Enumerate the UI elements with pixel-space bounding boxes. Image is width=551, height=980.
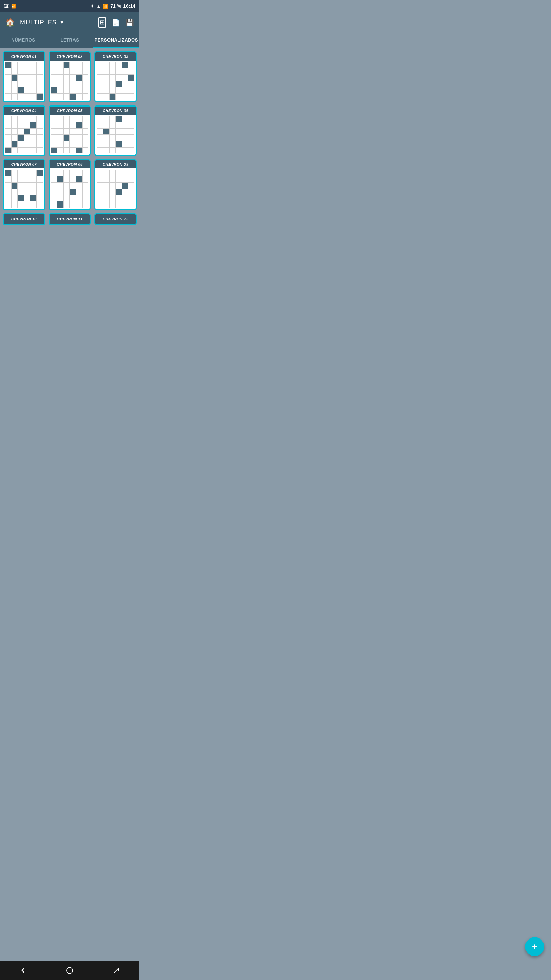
pattern-card-12[interactable]: CHEVRON 12 (94, 213, 137, 225)
pattern-card-5[interactable]: CHEVRON 05 (49, 105, 91, 156)
mini-cell (51, 195, 57, 202)
mini-cell (83, 170, 89, 176)
pattern-card-10[interactable]: CHEVRON 10 (3, 213, 45, 225)
mini-cell (128, 116, 134, 122)
pattern-card-8[interactable]: CHEVRON 08 (49, 159, 91, 210)
mini-cell (122, 195, 128, 202)
mini-cell (51, 94, 57, 100)
recent-apps-button[interactable] (110, 964, 123, 977)
mini-cell (103, 148, 109, 154)
home-nav-button[interactable] (63, 964, 76, 977)
mini-cell (103, 116, 109, 122)
mini-cell (57, 68, 63, 75)
mini-cell (24, 68, 30, 75)
mini-cell (5, 141, 11, 147)
grid-select-icon[interactable]: ⊞ (98, 18, 106, 27)
mini-cell (97, 148, 103, 154)
time-display: 16:14 (123, 3, 135, 9)
mini-cell (37, 68, 43, 75)
mini-cell (76, 94, 82, 100)
pattern-card-6[interactable]: CHEVRON 06 (94, 105, 137, 156)
mini-cell (57, 122, 63, 128)
save-icon[interactable]: 💾 (125, 18, 134, 27)
mini-cell (24, 176, 30, 182)
mini-cell (116, 62, 122, 68)
mini-cell (64, 148, 70, 154)
mini-cell (76, 148, 82, 154)
pattern-title-8: CHEVRON 08 (50, 160, 90, 169)
back-button[interactable] (16, 964, 30, 977)
mini-cell (76, 195, 82, 202)
mini-cell (11, 148, 18, 154)
mini-cell (18, 81, 24, 87)
pattern-card-3[interactable]: CHEVRON 03 (94, 51, 137, 102)
mini-cell (51, 129, 57, 135)
mini-cell (5, 68, 11, 75)
tab-numeros[interactable]: NÚMEROS (0, 33, 47, 47)
mini-cell (57, 87, 63, 93)
mini-cell (5, 75, 11, 81)
mini-grid-1 (5, 62, 43, 100)
mini-cell (37, 148, 43, 154)
mini-cell (51, 87, 57, 93)
mini-cell (11, 135, 18, 141)
pattern-card-11[interactable]: CHEVRON 11 (49, 213, 91, 225)
mini-cell (110, 68, 116, 75)
home-button[interactable]: 🏠 (5, 18, 14, 27)
mini-cell (83, 94, 89, 100)
mini-cell (76, 116, 82, 122)
mini-cell (64, 94, 70, 100)
mini-cell (128, 81, 134, 87)
mini-cell (116, 122, 122, 128)
mini-cell (76, 122, 82, 128)
mini-cell (83, 122, 89, 128)
dropdown-chevron-icon[interactable]: ▼ (60, 20, 64, 25)
pattern-card-7[interactable]: CHEVRON 07 (3, 159, 45, 210)
mini-cell (57, 195, 63, 202)
mini-cell (76, 176, 82, 182)
mini-cell (116, 94, 122, 100)
mini-cell (128, 68, 134, 75)
mini-cell (5, 135, 11, 141)
mini-cell (5, 62, 11, 68)
mini-cell (37, 195, 43, 202)
mini-cell (122, 129, 128, 135)
mini-cell (97, 176, 103, 182)
toolbar-actions: ⊞ 📄 💾 (98, 18, 134, 27)
mini-cell (83, 81, 89, 87)
mini-cell (30, 68, 37, 75)
tab-personalizados[interactable]: PERSONALIZADOS (93, 33, 140, 47)
mini-cell (18, 87, 24, 93)
mini-cell (37, 135, 43, 141)
mini-cell (18, 129, 24, 135)
mini-cell (116, 75, 122, 81)
mini-cell (24, 62, 30, 68)
mini-cell (24, 75, 30, 81)
mini-cell (116, 170, 122, 176)
mini-cell (83, 129, 89, 135)
mini-cell (116, 135, 122, 141)
mini-cell (70, 68, 76, 75)
mini-cell (97, 189, 103, 195)
mini-cell (70, 87, 76, 93)
mini-cell (83, 75, 89, 81)
mini-cell (122, 141, 128, 147)
pattern-card-9[interactable]: CHEVRON 09 (94, 159, 137, 210)
pattern-card-2[interactable]: CHEVRON 02 (49, 51, 91, 102)
mini-cell (24, 94, 30, 100)
mini-cell (103, 183, 109, 189)
mini-cell (116, 129, 122, 135)
mini-cell (97, 116, 103, 122)
mini-cell (83, 189, 89, 195)
mini-cell (116, 87, 122, 93)
mini-cell (51, 170, 57, 176)
mini-cell (24, 202, 30, 208)
pattern-card-1[interactable]: CHEVRON 01 (3, 51, 45, 102)
mini-cell (5, 195, 11, 202)
tab-letras[interactable]: LETRAS (47, 33, 93, 47)
mini-cell (18, 183, 24, 189)
mini-cell (51, 75, 57, 81)
mini-cell (70, 202, 76, 208)
pattern-card-4[interactable]: CHEVRON 04 (3, 105, 45, 156)
new-file-icon[interactable]: 📄 (111, 18, 120, 27)
